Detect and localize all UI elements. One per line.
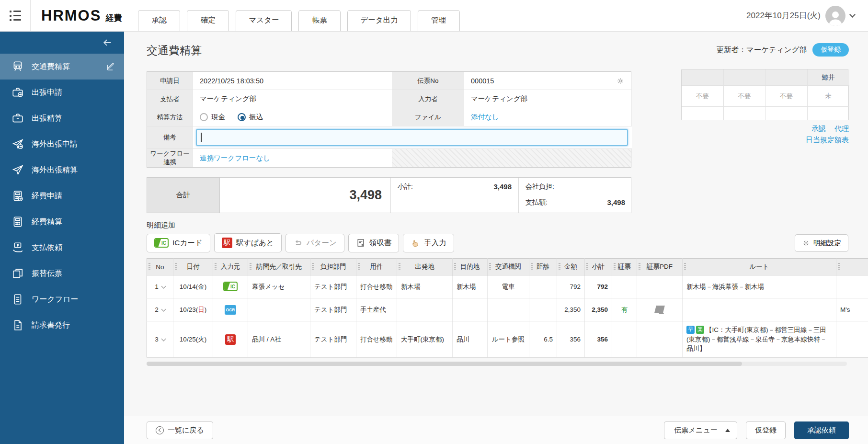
gear-icon[interactable] [616, 77, 625, 85]
col-voucher[interactable]: 証票 [612, 259, 637, 275]
col-to[interactable]: 目的地 [453, 259, 488, 275]
radio-cash-circle[interactable] [200, 113, 208, 121]
radio-cash[interactable]: 現金 [200, 113, 225, 122]
col-dept[interactable]: 負担部門 [310, 259, 356, 275]
radio-bank-transfer-circle[interactable] [238, 113, 246, 121]
application-date-value: 2022/10/25 18:03:50 [193, 72, 392, 90]
tab-approval[interactable]: 承認 [138, 10, 180, 31]
briefcase-icon [11, 112, 24, 125]
detail-row-2: 2 10/23(日) OCR テスト部門 手土産代 2,350 2,350 [147, 298, 868, 321]
approval-status-cell: 不要 [765, 86, 808, 107]
proxy-link[interactable]: 代理 [834, 125, 849, 133]
tab-admin[interactable]: 管理 [418, 10, 460, 31]
col-visit[interactable]: 訪問先／取引先 [248, 259, 310, 275]
approval-empty-cell [765, 107, 808, 120]
col-no[interactable]: No [147, 259, 173, 275]
horizontal-scrollbar-thumb[interactable] [147, 362, 742, 366]
draft-save-button[interactable]: 仮登録 [746, 421, 786, 439]
sidebar-item-label: 海外出張精算 [32, 165, 78, 175]
col-amount[interactable]: 金額 [557, 259, 585, 275]
remarks-input[interactable] [196, 129, 628, 146]
sidebar: 交通費精算 出張申請 出張精算 海外出張申請 [0, 32, 124, 444]
cell-amount: 356 [557, 321, 585, 358]
ic-card-icon: IC [223, 282, 238, 291]
cell-source: 駅 [213, 321, 248, 358]
sidebar-item-overseas-trip-request[interactable]: 海外出張申請 [0, 131, 124, 157]
slip-no-value: 000015 [471, 77, 494, 85]
avatar[interactable] [825, 6, 845, 26]
cell-purpose: 手土産代 [356, 298, 397, 321]
pattern-button[interactable]: パターン [286, 234, 344, 252]
col-voucher-pdf[interactable]: 証票PDF [637, 259, 683, 275]
cell-extra: M's [836, 298, 868, 321]
back-to-list-button[interactable]: 一覧に戻る [147, 421, 213, 439]
manual-input-button[interactable]: 手入力 [403, 234, 454, 252]
tab-master[interactable]: マスター [236, 10, 292, 31]
status-badge: 仮登録 [812, 43, 849, 57]
sidebar-item-transport-expense[interactable]: 交通費精算 [0, 54, 124, 80]
col-subtotal[interactable]: 小計 [585, 259, 612, 275]
col-transport[interactable]: 交通機関 [488, 259, 529, 275]
row-expand-chevron[interactable] [161, 284, 166, 288]
detail-table-header-row: No 日付 入力元 訪問先／取引先 負担部門 用件 出発地 目的地 交通機関 距… [147, 259, 868, 275]
menu-icon[interactable] [0, 0, 31, 32]
sidebar-item-label: 請求書発行 [32, 320, 70, 330]
chevron-down-icon[interactable] [849, 11, 856, 18]
company-burden-cell: 会社負担: 支払額: 3,498 [519, 178, 632, 213]
sidebar-item-overseas-trip-settlement[interactable]: 海外出張精算 [0, 157, 124, 183]
company-burden-label: 会社負担: [525, 182, 554, 191]
sidebar-item-expense-request[interactable]: 経費申請 [0, 183, 124, 209]
cell-visit [248, 298, 310, 321]
col-distance[interactable]: 距離 [529, 259, 557, 275]
slip-menu-button[interactable]: 伝票メニュー [664, 421, 737, 439]
radio-bank-transfer[interactable]: 振込 [238, 113, 263, 122]
receipt-pdf-icon[interactable] [654, 306, 665, 313]
cell-distance: 6.5 [529, 321, 557, 358]
payer-value: マーケティング部 [193, 90, 392, 108]
pattern-loop-icon [293, 238, 303, 248]
sidebar-item-transfer-slip[interactable]: 振替伝票 [0, 261, 124, 286]
approve-link[interactable]: 承認 [811, 125, 826, 133]
ic-card-icon: IC [154, 238, 169, 248]
expense-header-form: 申請日 2022/10/25 18:03:50 伝票No 000015 支払者 … [147, 71, 631, 168]
daily-allowance-link[interactable]: 日当規定額表 [806, 136, 849, 144]
ic-card-button[interactable]: IC ICカード [147, 234, 210, 252]
subtotal-label: 小計: [398, 182, 413, 191]
cell-date: 10/23(日) [173, 298, 213, 321]
file-attachment-link[interactable]: 添付なし [471, 113, 499, 122]
workflow-link[interactable]: 連携ワークフローなし [200, 154, 270, 163]
tab-data-export[interactable]: データ出力 [347, 10, 411, 31]
col-date[interactable]: 日付 [173, 259, 213, 275]
col-from[interactable]: 出発地 [397, 259, 453, 275]
cell-transport: 電車 [488, 275, 529, 298]
topbar: HRMOS 経費 承認 確定 マスター 帳票 データ出力 管理 2022年10月… [0, 0, 868, 32]
edit-icon[interactable] [106, 62, 115, 71]
approval-request-button[interactable]: 承認依頼 [794, 421, 849, 439]
tab-forms[interactable]: 帳票 [298, 10, 341, 31]
col-source[interactable]: 入力元 [213, 259, 248, 275]
sidebar-item-label: 出張精算 [32, 114, 62, 124]
ekispert-button[interactable]: 駅 駅すぱあと [214, 233, 282, 252]
cell-subtotal: 792 [585, 275, 612, 298]
row-expand-chevron[interactable] [161, 307, 166, 311]
tab-confirm[interactable]: 確定 [187, 10, 229, 31]
cell-from: 大手町(東京都) [397, 321, 453, 358]
eki-icon: 駅 [222, 238, 232, 248]
col-purpose[interactable]: 用件 [356, 259, 397, 275]
detail-row-1: 1 10/14(金) IC 幕張メッセ テスト部門 打合せ移動 新木場 新木場 … [147, 275, 868, 298]
payment-hand-icon [11, 241, 24, 254]
col-route[interactable]: ルート [683, 259, 836, 275]
sidebar-item-trip-request[interactable]: 出張申請 [0, 80, 124, 105]
sidebar-item-workflow[interactable]: ワークフロー [0, 286, 124, 312]
sidebar-item-payment-request[interactable]: 支払依頼 [0, 235, 124, 261]
receipt-button[interactable]: 領収書 [348, 234, 400, 252]
sidebar-item-invoice-issue[interactable]: 請求書発行 [0, 312, 124, 338]
total-label: 合計 [147, 178, 220, 213]
calculator-request-icon [11, 190, 24, 202]
sidebar-item-trip-settlement[interactable]: 出張精算 [0, 105, 124, 131]
row-expand-chevron[interactable] [161, 336, 166, 341]
collapse-arrow-icon[interactable] [102, 37, 113, 48]
detail-settings-button[interactable]: 明細設定 [795, 234, 848, 252]
sidebar-item-expense-settlement[interactable]: 経費精算 [0, 209, 124, 235]
brand-name: HRMOS [41, 7, 101, 24]
